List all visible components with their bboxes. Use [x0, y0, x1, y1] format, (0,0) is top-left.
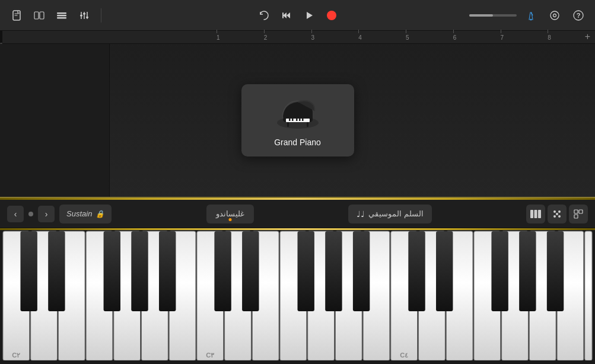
svg-rect-74 [325, 231, 342, 311]
svg-rect-71 [214, 231, 231, 311]
sustain-label: Sustain [66, 209, 92, 218]
keyboard-svg: C٢ C٣ C٤ [2, 230, 593, 360]
lock-icon: 🔒 [96, 210, 104, 218]
dots-view-button[interactable] [548, 205, 567, 223]
svg-text:C٣: C٣ [206, 352, 215, 359]
svg-rect-9 [80, 15, 82, 17]
svg-rect-2 [40, 12, 44, 19]
keyboard: C٢ C٣ C٤ [0, 230, 595, 364]
metronome-button[interactable] [521, 6, 540, 25]
toolbar-sep-1 [101, 8, 101, 23]
ruler-mark-1: 1 [217, 30, 264, 41]
svg-rect-80 [547, 231, 564, 311]
glissando-active-dot [228, 218, 231, 221]
svg-rect-30 [302, 119, 304, 121]
piano-icon [274, 96, 322, 132]
svg-marker-15 [307, 12, 313, 19]
glissando-button[interactable]: غليساندو [206, 205, 254, 223]
svg-point-19 [530, 18, 532, 20]
svg-point-37 [558, 210, 561, 213]
svg-marker-13 [287, 12, 290, 18]
svg-rect-33 [530, 210, 533, 218]
svg-text:C٤: C٤ [400, 352, 408, 359]
sustain-button[interactable]: Sustain 🔒 [59, 205, 112, 223]
scale-button[interactable]: ♩♩ السلم الموسيقي [348, 205, 432, 223]
add-track-button[interactable]: + [585, 31, 590, 42]
svg-point-38 [553, 215, 556, 218]
loop-button[interactable] [30, 6, 49, 25]
svg-point-21 [553, 14, 556, 17]
piano-section: ‹ › Sustain 🔒 غليساندو ♩♩ السلم الموسيقي [0, 197, 595, 364]
svg-rect-32 [307, 122, 308, 127]
main-track-area: Grand Piano [0, 44, 595, 197]
svg-rect-67 [48, 231, 65, 311]
volume-slider[interactable] [469, 14, 517, 17]
svg-rect-28 [296, 119, 298, 121]
record-button[interactable] [322, 6, 341, 25]
svg-rect-75 [353, 231, 370, 311]
svg-rect-41 [574, 210, 578, 213]
svg-point-36 [553, 210, 556, 213]
svg-rect-10 [83, 13, 85, 15]
svg-rect-73 [298, 231, 314, 311]
settings-view-button[interactable] [569, 205, 588, 223]
octave-dot[interactable] [28, 212, 33, 216]
svg-rect-14 [282, 12, 284, 18]
svg-rect-72 [242, 231, 259, 311]
help-button[interactable]: ? [569, 6, 588, 25]
new-song-button[interactable] [7, 6, 26, 25]
svg-text:C٢: C٢ [12, 352, 20, 359]
svg-rect-70 [159, 231, 176, 311]
svg-rect-34 [534, 210, 537, 218]
svg-point-40 [556, 213, 558, 215]
svg-point-16 [327, 11, 336, 20]
toolbar: ? [0, 0, 595, 31]
next-octave-button[interactable]: › [38, 206, 55, 222]
svg-rect-31 [287, 122, 289, 127]
mixer-button[interactable] [75, 6, 94, 25]
svg-text:?: ? [577, 12, 581, 19]
toolbar-left-group [7, 6, 94, 25]
svg-rect-3 [57, 12, 66, 14]
svg-rect-43 [574, 215, 578, 218]
view-buttons-group [526, 205, 588, 223]
keys-row: C٢ C٣ C٤ [2, 230, 593, 364]
scale-note-icon: ♩♩ [357, 209, 365, 219]
tracks-button[interactable] [52, 6, 71, 25]
ruler-mark-6: 6 [453, 30, 501, 41]
svg-rect-11 [86, 17, 88, 18]
svg-point-20 [551, 11, 559, 20]
svg-rect-69 [131, 231, 148, 311]
controls-bar: ‹ › Sustain 🔒 غليساندو ♩♩ السلم الموسيقي [0, 200, 595, 228]
preferences-button[interactable] [545, 6, 564, 25]
prev-octave-button[interactable]: ‹ [7, 206, 24, 222]
transport-controls [254, 6, 341, 25]
instrument-card[interactable]: Grand Piano [241, 84, 354, 157]
svg-rect-68 [104, 231, 120, 311]
undo-button[interactable] [254, 6, 273, 25]
svg-marker-17 [529, 12, 533, 20]
svg-rect-5 [57, 17, 66, 19]
instrument-name: Grand Piano [274, 138, 321, 147]
svg-rect-78 [491, 231, 508, 311]
glissando-label: غليساندو [216, 209, 244, 218]
svg-rect-77 [436, 231, 453, 311]
play-button[interactable] [300, 6, 319, 25]
svg-rect-4 [57, 15, 66, 17]
ruler-mark-4: 4 [358, 30, 406, 41]
svg-point-39 [558, 215, 561, 218]
svg-rect-79 [519, 231, 536, 311]
sidebar-scrollbar[interactable] [0, 31, 2, 43]
ruler-mark-5: 5 [406, 30, 453, 41]
scale-label: السلم الموسيقي [368, 209, 424, 218]
svg-rect-1 [34, 12, 39, 19]
svg-rect-66 [20, 231, 37, 311]
ruler: 1 2 3 4 5 6 7 8 + [0, 31, 595, 44]
rewind-button[interactable] [277, 6, 296, 25]
svg-rect-42 [579, 210, 583, 213]
svg-rect-29 [299, 119, 301, 121]
piano-view-button[interactable] [526, 205, 545, 223]
svg-rect-76 [408, 231, 425, 311]
svg-rect-65 [585, 231, 592, 360]
ruler-mark-7: 7 [501, 30, 548, 41]
